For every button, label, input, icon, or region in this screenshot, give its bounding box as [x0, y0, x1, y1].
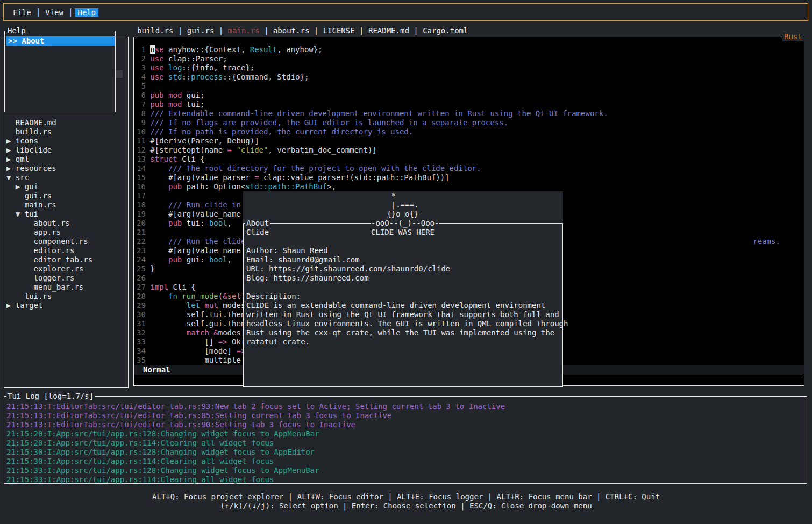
line-number: 12 — [137, 146, 150, 154]
tab-LICENSE[interactable]: LICENSE — [323, 26, 355, 35]
code-line-16[interactable]: 16 pub path: Option<std::path::PathBuf>, — [137, 182, 803, 191]
help-dropdown: >> About — [4, 31, 116, 112]
tab-README-md[interactable]: README.md — [368, 26, 409, 35]
tab-gui-rs[interactable]: gui.rs — [187, 26, 215, 35]
code-token: "clide" — [236, 146, 268, 154]
code-token: & — [213, 328, 218, 337]
code-token: mut — [204, 301, 218, 310]
menu-separator: │ — [34, 8, 42, 17]
line-number: 7 — [137, 100, 150, 109]
about-dialog-body: Author: Shaun Reed Email: shaunrd0@gmail… — [246, 246, 568, 347]
tree-item-libclide[interactable]: ▶ libclide — [6, 146, 127, 155]
log-entry: 21:15:13:T:EditorTab:src/tui/editor_tab.… — [6, 402, 806, 411]
tab-separator: | — [409, 26, 423, 35]
code-line-12[interactable]: 12 #[structopt(name = "clide", verbatim_… — [137, 146, 803, 155]
code-token: pub — [150, 100, 163, 109]
tab-separator: | — [309, 26, 323, 35]
line-number: 8 — [137, 109, 150, 118]
code-line-5[interactable]: 5 — [137, 82, 803, 91]
tree-item-gui-rs[interactable]: gui.rs — [6, 191, 127, 200]
menu-bar-items: File│View│Help — [10, 8, 98, 17]
tree-item-component-rs[interactable]: component.rs — [6, 237, 127, 246]
line-number: 17 — [137, 191, 150, 200]
code-token: reams. — [753, 237, 780, 246]
tree-item-editor_tab-rs[interactable]: editor_tab.rs — [6, 255, 127, 264]
code-token: pub — [168, 219, 182, 227]
code-token: use — [150, 63, 163, 72]
code-token — [164, 100, 168, 109]
tree-item-explorer-rs[interactable]: explorer.rs — [6, 264, 127, 274]
code-token: process — [191, 73, 223, 81]
line-number: 34 — [137, 347, 150, 355]
code-token: mod — [168, 100, 182, 109]
code-line-3[interactable]: 3 use log::{info, trace}; — [137, 63, 803, 73]
code-line-8[interactable]: 8 /// Extendable command-line driven dev… — [137, 109, 803, 118]
code-line-14[interactable]: 14 /// The root directory for the projec… — [137, 164, 803, 173]
tree-item-gui[interactable]: ▶ gui — [6, 182, 127, 191]
tab-build-rs[interactable]: build.rs — [137, 26, 173, 35]
line-number: 6 — [137, 91, 150, 99]
tree-item-menu_bar-rs[interactable]: menu_bar.rs — [6, 283, 127, 292]
code-line-15[interactable]: 15 #[arg(value_parser = clap::value_pars… — [137, 173, 803, 182]
tab-main-rs[interactable]: main.rs — [228, 26, 260, 35]
line-number: 28 — [137, 292, 150, 300]
tree-item-main-rs[interactable]: main.rs — [6, 200, 127, 210]
tree-item-target[interactable]: ▶ target — [6, 301, 127, 310]
tree-item-editor-rs[interactable]: editor.rs — [6, 246, 127, 255]
code-line-1[interactable]: 1 use anyhow::{Context, Result, anyhow}; — [137, 45, 803, 54]
tab-separator: | — [260, 26, 273, 35]
code-line-10[interactable]: 10 /// If no path is provided, the curre… — [137, 127, 803, 137]
code-token: /// Run clide in h — [168, 200, 250, 209]
tree-item-qml[interactable]: ▶ qml — [6, 155, 127, 164]
line-number: 2 — [137, 54, 150, 63]
code-token: /// Extendable command-line driven devel… — [150, 109, 608, 118]
code-line-11[interactable]: 11 #[derive(Parser, Debug)] — [137, 137, 803, 146]
tree-item-tui-rs[interactable]: tui.rs — [6, 292, 127, 301]
code-line-6[interactable]: 6 pub mod gui; — [137, 91, 803, 100]
code-token: , — [227, 255, 232, 264]
tree-item-README-md[interactable]: README.md — [6, 118, 127, 127]
line-number: 16 — [137, 182, 150, 191]
tree-item-about-rs[interactable]: about.rs — [6, 219, 127, 228]
menu-item-view[interactable]: View — [42, 8, 66, 17]
menu-item-file[interactable]: File — [10, 8, 34, 17]
code-line-9[interactable]: 9 /// If no flags are provided, the GUI … — [137, 118, 803, 127]
tree-item-build-rs[interactable]: build.rs — [6, 127, 127, 137]
about-dialog-title: About — [245, 219, 270, 228]
code-token: #[arg(value_name — [150, 210, 245, 218]
menu-item-help[interactable]: Help — [75, 8, 98, 17]
line-number: 11 — [137, 137, 150, 145]
code-line-2[interactable]: 2 use clap::Parser; — [137, 54, 803, 63]
line-number: 9 — [137, 118, 150, 127]
code-token — [150, 328, 186, 337]
code-line-4[interactable]: 4 use std::process::{Command, Stdio}; — [137, 73, 803, 82]
code-token: = — [254, 173, 259, 182]
code-token: #[structopt(name — [150, 146, 227, 154]
code-token — [150, 182, 168, 191]
line-number: 27 — [137, 283, 150, 291]
tree-item-resources[interactable]: ▶ resources — [6, 164, 127, 173]
line-number: 29 — [137, 301, 150, 310]
code-token: /// If no path is provided, the current … — [150, 127, 413, 136]
code-line-13[interactable]: 13 struct Cli { — [137, 155, 803, 164]
code-token: std::path::PathBuf — [245, 182, 327, 191]
code-token: tui: — [182, 219, 209, 227]
code-token — [150, 219, 168, 227]
code-token: se — [155, 45, 164, 54]
tree-item-icons[interactable]: ▶ icons — [6, 137, 127, 146]
tree-item-src[interactable]: ▼ src — [6, 173, 127, 182]
language-badge: Rust — [782, 32, 804, 41]
tree-item-app-rs[interactable]: app.rs — [6, 228, 127, 237]
tree-item-tui[interactable]: ▼ tui — [6, 210, 127, 219]
tab-Cargo-toml[interactable]: Cargo.toml — [423, 26, 468, 35]
tree-item-logger-rs[interactable]: logger.rs — [6, 274, 127, 283]
code-token: #[arg(value_parser — [150, 173, 254, 182]
code-token: Result — [250, 45, 277, 54]
code-line-7[interactable]: 7 pub mod tui; — [137, 100, 803, 109]
menu-item-about[interactable]: >> About — [6, 36, 115, 46]
footer-shortcuts-line1: ALT+Q: Focus project explorer | ALT+W: F… — [0, 492, 812, 501]
code-token: u — [150, 45, 154, 54]
code-token — [150, 292, 168, 300]
tab-about-rs[interactable]: about.rs — [273, 26, 309, 35]
line-number: 35 — [137, 356, 150, 364]
